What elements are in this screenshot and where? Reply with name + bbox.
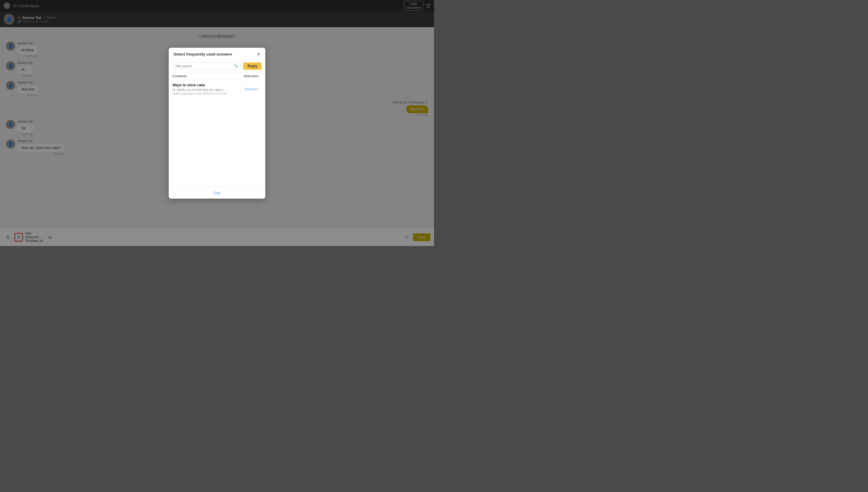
modal-body: Ways to store cake Hi, ideally you shoul… <box>169 80 265 187</box>
faq-date: Initial registration date 2020.04.19 14:… <box>172 92 238 95</box>
modal-title: Select frequently used answers <box>174 52 232 56</box>
table-header: Contents Selection <box>169 72 265 80</box>
pagination-one[interactable]: One <box>214 191 221 195</box>
modal-toolbar: 🔍 Reply <box>169 60 265 72</box>
faq-info: Ways to store cake Hi, ideally you shoul… <box>172 83 238 95</box>
modal-header: Select frequently used answers ✕ <box>169 48 265 60</box>
search-box: 🔍 <box>172 63 241 69</box>
modal-footer: One <box>169 187 265 199</box>
modal-close-button[interactable]: ✕ <box>256 52 261 57</box>
chat-app: Z Zo Confections Under consultation ☰ 👤 … <box>0 0 434 246</box>
faq-row: Ways to store cake Hi, ideally you shoul… <box>169 80 265 99</box>
selection-link[interactable]: Selection <box>245 87 258 91</box>
faq-preview: Hi, ideally you should keep the cakes r.… <box>172 88 238 92</box>
search-icon: 🔍 <box>234 64 238 68</box>
modal-overlay: Select frequently used answers ✕ 🔍 Reply… <box>0 0 434 246</box>
faq-select-cell: Selection <box>241 83 262 95</box>
faq-modal: Select frequently used answers ✕ 🔍 Reply… <box>169 48 265 199</box>
col-selection-header: Selection <box>241 74 262 78</box>
col-contents-header: Contents <box>172 74 241 78</box>
reply-button[interactable]: Reply <box>243 63 262 70</box>
faq-title: Ways to store cake <box>172 83 238 87</box>
search-input[interactable] <box>175 64 233 68</box>
